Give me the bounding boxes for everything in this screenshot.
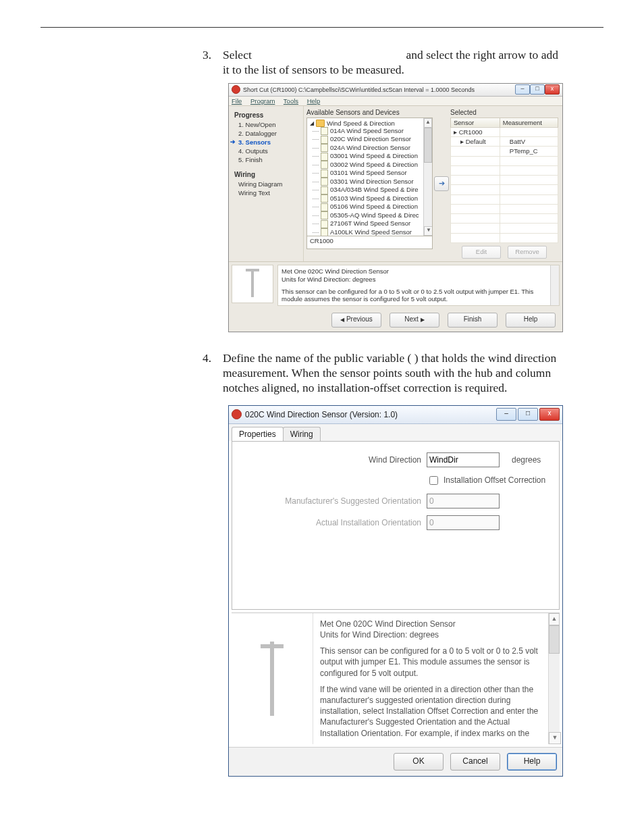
available-label: Available Sensors and Devices xyxy=(306,109,433,116)
document-icon xyxy=(321,144,328,152)
progress-panel: Progress 1. New/Open2. Datalogger3. Sens… xyxy=(229,106,304,261)
dialog-close-button[interactable]: x xyxy=(539,408,560,421)
tree-item[interactable]: 014A Wind Speed Sensor xyxy=(321,127,431,136)
document-icon xyxy=(321,228,328,236)
progress-step-5[interactable]: 5. Finish xyxy=(234,155,299,164)
col-sensor[interactable]: Sensor xyxy=(451,118,500,127)
document-icon xyxy=(321,178,328,186)
tree-item[interactable]: 03002 Wind Speed & Direction xyxy=(321,161,431,170)
progress-step-1[interactable]: 1. New/Open xyxy=(234,120,299,129)
properties-panel: Wind Direction degrees Installation Offs… xyxy=(232,441,560,610)
tree-item[interactable]: 034A/034B Wind Speed & Dire xyxy=(321,186,431,194)
minimize-button[interactable]: – xyxy=(515,84,530,95)
menu-file[interactable]: File xyxy=(232,97,242,105)
ok-button[interactable]: OK xyxy=(394,753,444,771)
mso-input xyxy=(427,494,500,509)
maximize-button[interactable]: □ xyxy=(530,84,545,95)
tree-item[interactable]: 27106T Wind Speed Sensor xyxy=(321,219,431,228)
table-row[interactable]: ▸ DefaultBattV xyxy=(451,137,558,147)
tree-item[interactable]: A100LK Wind Speed Sensor xyxy=(321,228,431,236)
dialog-icon xyxy=(232,409,242,419)
menu-program[interactable]: Program xyxy=(250,97,275,105)
tab-properties[interactable]: Properties xyxy=(232,427,284,441)
step-4: 4. Define the name of the public variabl… xyxy=(203,351,566,396)
help-button[interactable]: Help xyxy=(506,313,556,328)
step-3-text-a: Select xyxy=(223,48,252,61)
progress-heading: Progress xyxy=(234,111,299,119)
selected-table[interactable]: Sensor Measurement ▸ CR1000▸ DefaultBatt… xyxy=(450,118,558,243)
previous-button[interactable]: ◀ Previous xyxy=(331,313,381,328)
remove-button[interactable]: Remove xyxy=(508,246,547,259)
scroll-down-icon[interactable]: ▼ xyxy=(424,226,433,236)
document-icon xyxy=(321,203,328,211)
dialog-help-button[interactable]: Help xyxy=(507,753,557,771)
sensor-long-description: Met One 020C Wind Direction Sensor Units… xyxy=(313,613,560,744)
tab-strip: Properties Wiring xyxy=(229,424,562,441)
document-icon xyxy=(321,194,328,203)
shortcut-window: Short Cut (CR1000) C:\Campbellsci\SCWin\… xyxy=(228,83,563,333)
tree-scrollbar[interactable]: ▲ ▼ xyxy=(423,118,432,236)
wiring-heading: Wiring xyxy=(234,171,299,178)
info-scrollbar[interactable] xyxy=(550,265,559,306)
tree-item[interactable]: 03301 Wind Direction Sensor xyxy=(321,178,431,186)
tree-item[interactable]: 05103 Wind Speed & Direction xyxy=(321,194,431,203)
document-icon xyxy=(321,127,328,135)
table-row[interactable]: PTemp_C xyxy=(451,147,558,156)
progress-step-4[interactable]: 4. Outputs xyxy=(234,147,299,155)
offset-correction-label: Installation Offset Correction xyxy=(444,475,545,485)
table-row[interactable]: ▸ CR1000 xyxy=(451,127,558,136)
document-icon xyxy=(321,220,328,228)
scroll-up-icon[interactable]: ▲ xyxy=(424,118,432,128)
col-measurement[interactable]: Measurement xyxy=(500,118,558,127)
tree-item[interactable]: 03001 Wind Speed & Direction xyxy=(321,152,431,161)
finish-button[interactable]: Finish xyxy=(448,313,498,328)
sensor-description: Met One 020C Wind Direction Sensor Units… xyxy=(277,265,560,307)
titlebar: Short Cut (CR1000) C:\Campbellsci\SCWin\… xyxy=(229,84,562,97)
document-icon xyxy=(321,186,328,194)
step-3-text-b: and select the right arrow to add it to … xyxy=(223,48,558,76)
scroll-thumb[interactable] xyxy=(424,128,432,163)
menu-tools[interactable]: Tools xyxy=(284,97,298,105)
add-sensor-button[interactable]: ➔ xyxy=(434,176,449,191)
progress-step-3[interactable]: 3. Sensors xyxy=(234,138,299,147)
window-title: Short Cut (CR1000) C:\Campbellsci\SCWin\… xyxy=(243,86,388,93)
desc-scroll-up-icon[interactable]: ▲ xyxy=(549,613,560,625)
info-units: Units for Wind Direction: degrees xyxy=(281,276,556,284)
dialog-minimize-button[interactable]: – xyxy=(496,408,516,421)
desc-units: Units for Wind Direction: degrees xyxy=(320,629,547,640)
document-icon xyxy=(321,161,328,169)
desc-scroll-thumb[interactable] xyxy=(549,625,560,654)
dialog-title: 020C Wind Direction Sensor (Version: 1.0… xyxy=(245,410,496,419)
menu-help[interactable]: Help xyxy=(307,97,321,105)
step-4-number: 4. xyxy=(203,351,223,396)
wind-direction-input[interactable] xyxy=(427,452,500,467)
app-icon xyxy=(232,85,240,94)
wiring-diagram-link[interactable]: Wiring Diagram xyxy=(234,180,299,188)
desc-scroll-down-icon[interactable]: ▼ xyxy=(549,732,561,744)
tree-collapse-icon[interactable]: ◢ xyxy=(310,120,314,126)
logger-label: CR1000 xyxy=(306,236,433,249)
tree-item[interactable]: 020C Wind Direction Sensor xyxy=(321,135,431,144)
edit-button[interactable]: Edit xyxy=(462,246,501,259)
tree-item[interactable]: 024A Wind Direction Sensor xyxy=(321,144,431,153)
wind-direction-label: Wind Direction xyxy=(242,455,427,465)
wiring-text-link[interactable]: Wiring Text xyxy=(234,188,299,197)
offset-correction-checkbox[interactable] xyxy=(429,476,438,485)
sensor-properties-dialog: 020C Wind Direction Sensor (Version: 1.0… xyxy=(228,405,563,777)
tree-item[interactable]: 05106 Wind Speed & Direction xyxy=(321,203,431,211)
desc-p1: This sensor can be configured for a 0 to… xyxy=(320,646,547,679)
next-button[interactable]: Next ▶ xyxy=(390,313,439,328)
tree-root-label[interactable]: Wind Speed & Direction xyxy=(327,120,395,127)
cancel-button[interactable]: Cancel xyxy=(450,753,500,771)
sensor-thumbnail xyxy=(232,265,273,303)
progress-step-2[interactable]: 2. Datalogger xyxy=(234,129,299,138)
desc-scrollbar[interactable]: ▲ ▼ xyxy=(548,613,560,744)
tree-item[interactable]: 05305-AQ Wind Speed & Direc xyxy=(321,211,431,220)
folder-icon xyxy=(316,120,325,127)
tree-item[interactable]: 03101 Wind Speed Sensor xyxy=(321,169,431,178)
dialog-maximize-button[interactable]: □ xyxy=(518,408,538,421)
sensor-tree[interactable]: ◢Wind Speed & Direction 014A Wind Speed … xyxy=(306,118,433,236)
close-button[interactable]: x xyxy=(545,84,560,95)
dialog-titlebar: 020C Wind Direction Sensor (Version: 1.0… xyxy=(229,406,562,424)
tab-wiring[interactable]: Wiring xyxy=(283,427,321,441)
